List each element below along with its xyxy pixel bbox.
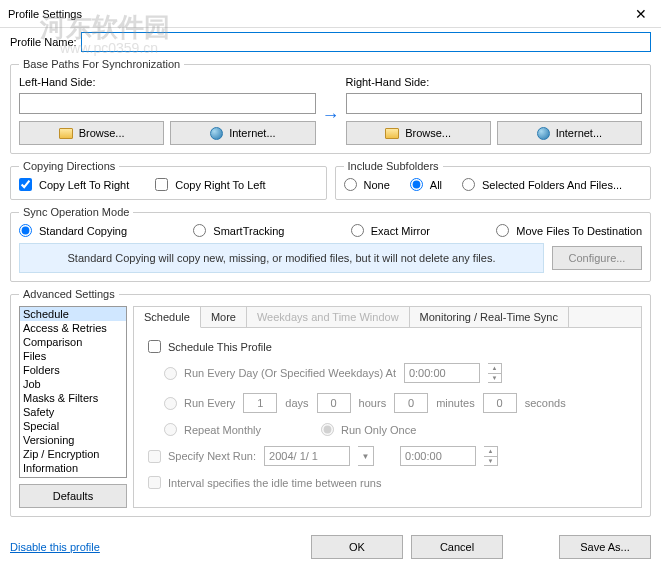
defaults-button[interactable]: Defaults bbox=[19, 484, 127, 508]
tab-monitoring[interactable]: Monitoring / Real-Time Sync bbox=[410, 307, 569, 327]
time-spinner-2[interactable]: ▲▼ bbox=[484, 446, 498, 466]
copying-directions-group: Copying Directions Copy Left To Right Co… bbox=[10, 160, 327, 200]
tab-more[interactable]: More bbox=[201, 307, 247, 327]
configure-button[interactable]: Configure... bbox=[552, 246, 642, 270]
hours-field[interactable] bbox=[317, 393, 351, 413]
globe-icon bbox=[210, 127, 223, 140]
run-every-radio[interactable]: Run Every bbox=[164, 397, 235, 410]
subfolders-selected-radio[interactable]: Selected Folders And Files... bbox=[462, 178, 622, 191]
sync-mode-group: Sync Operation Mode Standard Copying Sma… bbox=[10, 206, 651, 282]
profile-name-input[interactable] bbox=[81, 32, 651, 52]
sync-mode-legend: Sync Operation Mode bbox=[19, 206, 133, 218]
date-dropdown-icon[interactable]: ▼ bbox=[358, 446, 374, 466]
base-paths-group: Base Paths For Synchronization Left-Hand… bbox=[10, 58, 651, 154]
right-internet-button[interactable]: Internet... bbox=[497, 121, 642, 145]
seconds-field[interactable] bbox=[483, 393, 517, 413]
mode-smart-radio[interactable]: SmartTracking bbox=[193, 224, 284, 237]
arrow-icon: → bbox=[322, 105, 340, 126]
cancel-button[interactable]: Cancel bbox=[411, 535, 503, 559]
time-spinner-1[interactable]: ▲▼ bbox=[488, 363, 502, 383]
idle-checkbox[interactable]: Interval specifies the idle time between… bbox=[148, 476, 627, 489]
list-item[interactable]: Comparison bbox=[20, 335, 126, 349]
list-item[interactable]: Versioning bbox=[20, 433, 126, 447]
right-side-label: Right-Hand Side: bbox=[346, 76, 643, 88]
folder-icon bbox=[59, 128, 73, 139]
list-item[interactable]: Zip / Encryption bbox=[20, 447, 126, 461]
close-icon[interactable]: ✕ bbox=[629, 4, 653, 24]
time-field-1[interactable]: 0:00:00 bbox=[404, 363, 480, 383]
base-paths-legend: Base Paths For Synchronization bbox=[19, 58, 184, 70]
left-path-input[interactable] bbox=[19, 93, 316, 114]
tab-weekdays[interactable]: Weekdays and Time Window bbox=[247, 307, 410, 327]
left-browse-button[interactable]: Browse... bbox=[19, 121, 164, 145]
advanced-legend: Advanced Settings bbox=[19, 288, 119, 300]
titlebar: Profile Settings ✕ bbox=[0, 0, 661, 28]
list-item[interactable]: Masks & Filters bbox=[20, 391, 126, 405]
subfolders-none-radio[interactable]: None bbox=[344, 178, 390, 191]
list-item[interactable]: Files bbox=[20, 349, 126, 363]
copying-legend: Copying Directions bbox=[19, 160, 119, 172]
window-title: Profile Settings bbox=[8, 8, 82, 20]
schedule-enable-checkbox[interactable]: Schedule This Profile bbox=[148, 340, 627, 353]
list-item[interactable]: Access & Retries bbox=[20, 321, 126, 335]
run-every-day-radio[interactable]: Run Every Day (Or Specified Weekdays) At bbox=[164, 367, 396, 380]
minutes-field[interactable] bbox=[394, 393, 428, 413]
subfolders-group: Include Subfolders None All Selected Fol… bbox=[335, 160, 652, 200]
copy-ltr-checkbox[interactable]: Copy Left To Right bbox=[19, 178, 129, 191]
list-item[interactable]: Information bbox=[20, 461, 126, 475]
mode-exact-radio[interactable]: Exact Mirror bbox=[351, 224, 430, 237]
sync-mode-hint: Standard Copying will copy new, missing,… bbox=[19, 243, 544, 273]
mode-move-radio[interactable]: Move Files To Destination bbox=[496, 224, 642, 237]
advanced-listbox[interactable]: ScheduleAccess & RetriesComparisonFilesF… bbox=[19, 306, 127, 478]
advanced-group: Advanced Settings ScheduleAccess & Retri… bbox=[10, 288, 651, 517]
list-item[interactable]: Special bbox=[20, 419, 126, 433]
globe-icon bbox=[537, 127, 550, 140]
specify-next-checkbox[interactable]: Specify Next Run: bbox=[148, 450, 256, 463]
save-as-button[interactable]: Save As... bbox=[559, 535, 651, 559]
ok-button[interactable]: OK bbox=[311, 535, 403, 559]
subfolders-legend: Include Subfolders bbox=[344, 160, 443, 172]
copy-rtl-checkbox[interactable]: Copy Right To Left bbox=[155, 178, 265, 191]
tab-schedule[interactable]: Schedule bbox=[134, 307, 201, 328]
run-once-radio[interactable]: Run Only Once bbox=[321, 423, 416, 436]
list-item[interactable]: Schedule bbox=[20, 307, 126, 321]
tabstrip: Schedule More Weekdays and Time Window M… bbox=[134, 307, 641, 328]
folder-icon bbox=[385, 128, 399, 139]
disable-profile-link[interactable]: Disable this profile bbox=[10, 541, 100, 553]
left-side-label: Left-Hand Side: bbox=[19, 76, 316, 88]
subfolders-all-radio[interactable]: All bbox=[410, 178, 442, 191]
list-item[interactable]: Job bbox=[20, 377, 126, 391]
repeat-monthly-radio[interactable]: Repeat Monthly bbox=[164, 423, 261, 436]
date-field[interactable]: 2004/ 1/ 1 bbox=[264, 446, 350, 466]
list-item[interactable]: Safety bbox=[20, 405, 126, 419]
right-browse-button[interactable]: Browse... bbox=[346, 121, 491, 145]
days-field[interactable] bbox=[243, 393, 277, 413]
time-field-2[interactable]: 0:00:00 bbox=[400, 446, 476, 466]
list-item[interactable]: Folders bbox=[20, 363, 126, 377]
profile-name-label: Profile Name: bbox=[10, 36, 77, 48]
left-internet-button[interactable]: Internet... bbox=[170, 121, 315, 145]
right-path-input[interactable] bbox=[346, 93, 643, 114]
mode-standard-radio[interactable]: Standard Copying bbox=[19, 224, 127, 237]
